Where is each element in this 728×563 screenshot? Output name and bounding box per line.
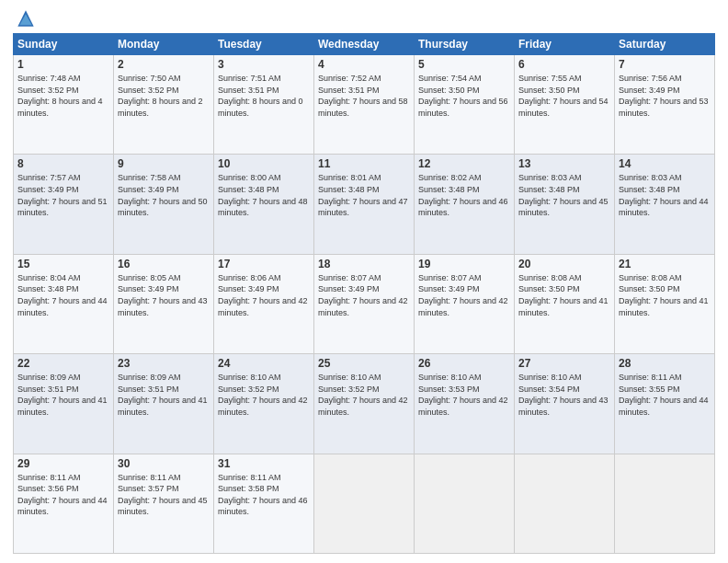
calendar-week-row: 1Sunrise: 7:48 AMSunset: 3:52 PMDaylight…	[14, 55, 715, 155]
calendar-cell: 27Sunrise: 8:10 AMSunset: 3:54 PMDayligh…	[515, 354, 615, 454]
day-number: 16	[118, 258, 210, 270]
day-info: Sunrise: 8:03 AMSunset: 3:48 PMDaylight:…	[619, 172, 711, 218]
day-number: 4	[318, 58, 410, 71]
calendar-week-row: 22Sunrise: 8:09 AMSunset: 3:51 PMDayligh…	[14, 354, 715, 454]
day-info: Sunrise: 7:55 AMSunset: 3:50 PMDaylight:…	[518, 73, 610, 119]
calendar-header-row: SundayMondayTuesdayWednesdayThursdayFrid…	[14, 34, 715, 55]
day-info: Sunrise: 8:11 AMSunset: 3:57 PMDaylight:…	[118, 472, 210, 518]
calendar-cell: 22Sunrise: 8:09 AMSunset: 3:51 PMDayligh…	[14, 354, 114, 454]
day-number: 21	[619, 258, 711, 270]
day-info: Sunrise: 8:04 AMSunset: 3:48 PMDaylight:…	[17, 272, 109, 318]
calendar-cell	[415, 454, 515, 553]
day-info: Sunrise: 7:48 AMSunset: 3:52 PMDaylight:…	[17, 73, 109, 119]
day-info: Sunrise: 7:57 AMSunset: 3:49 PMDaylight:…	[17, 172, 109, 218]
day-info: Sunrise: 8:11 AMSunset: 3:58 PMDaylight:…	[218, 472, 310, 518]
header	[13, 9, 715, 28]
day-info: Sunrise: 8:10 AMSunset: 3:53 PMDaylight:…	[418, 372, 510, 418]
day-number: 3	[218, 58, 310, 71]
day-number: 26	[418, 357, 510, 370]
column-header-sunday: Sunday	[14, 34, 114, 55]
calendar-cell: 30Sunrise: 8:11 AMSunset: 3:57 PMDayligh…	[114, 454, 214, 553]
day-info: Sunrise: 8:08 AMSunset: 3:50 PMDaylight:…	[518, 272, 610, 318]
day-number: 7	[619, 58, 711, 71]
logo	[13, 9, 35, 28]
day-number: 19	[418, 258, 510, 270]
day-number: 18	[318, 258, 410, 270]
calendar-week-row: 8Sunrise: 7:57 AMSunset: 3:49 PMDaylight…	[14, 155, 715, 254]
day-number: 12	[418, 157, 510, 170]
calendar-cell: 7Sunrise: 7:56 AMSunset: 3:49 PMDaylight…	[615, 55, 715, 155]
day-info: Sunrise: 7:50 AMSunset: 3:52 PMDaylight:…	[118, 73, 210, 119]
calendar-cell: 4Sunrise: 7:52 AMSunset: 3:51 PMDaylight…	[314, 55, 415, 155]
calendar-cell: 2Sunrise: 7:50 AMSunset: 3:52 PMDaylight…	[114, 55, 214, 155]
day-number: 29	[17, 457, 109, 470]
day-info: Sunrise: 7:51 AMSunset: 3:51 PMDaylight:…	[218, 73, 310, 119]
day-number: 23	[118, 357, 210, 370]
calendar-cell: 5Sunrise: 7:54 AMSunset: 3:50 PMDaylight…	[415, 55, 515, 155]
calendar-cell: 6Sunrise: 7:55 AMSunset: 3:50 PMDaylight…	[515, 55, 615, 155]
day-info: Sunrise: 8:05 AMSunset: 3:49 PMDaylight:…	[118, 272, 210, 318]
day-number: 13	[518, 157, 610, 170]
day-info: Sunrise: 8:10 AMSunset: 3:52 PMDaylight:…	[318, 372, 410, 418]
calendar-cell: 19Sunrise: 8:07 AMSunset: 3:49 PMDayligh…	[415, 254, 515, 353]
column-header-monday: Monday	[114, 34, 214, 55]
day-info: Sunrise: 8:02 AMSunset: 3:48 PMDaylight:…	[418, 172, 510, 218]
day-number: 1	[17, 58, 109, 71]
calendar-cell: 14Sunrise: 8:03 AMSunset: 3:48 PMDayligh…	[615, 155, 715, 254]
day-info: Sunrise: 7:58 AMSunset: 3:49 PMDaylight:…	[118, 172, 210, 218]
calendar-cell: 13Sunrise: 8:03 AMSunset: 3:48 PMDayligh…	[515, 155, 615, 254]
calendar-cell: 20Sunrise: 8:08 AMSunset: 3:50 PMDayligh…	[515, 254, 615, 353]
day-number: 6	[518, 58, 610, 71]
day-info: Sunrise: 7:56 AMSunset: 3:49 PMDaylight:…	[619, 73, 711, 119]
calendar-cell: 31Sunrise: 8:11 AMSunset: 3:58 PMDayligh…	[214, 454, 314, 553]
day-info: Sunrise: 8:03 AMSunset: 3:48 PMDaylight:…	[518, 172, 610, 218]
day-number: 11	[318, 157, 410, 170]
calendar-cell: 29Sunrise: 8:11 AMSunset: 3:56 PMDayligh…	[14, 454, 114, 553]
calendar-cell: 8Sunrise: 7:57 AMSunset: 3:49 PMDaylight…	[14, 155, 114, 254]
calendar-cell: 18Sunrise: 8:07 AMSunset: 3:49 PMDayligh…	[314, 254, 415, 353]
day-info: Sunrise: 8:09 AMSunset: 3:51 PMDaylight:…	[118, 372, 210, 418]
day-info: Sunrise: 7:54 AMSunset: 3:50 PMDaylight:…	[418, 73, 510, 119]
day-number: 2	[118, 58, 210, 71]
day-info: Sunrise: 8:10 AMSunset: 3:54 PMDaylight:…	[518, 372, 610, 418]
day-number: 30	[118, 457, 210, 470]
day-number: 17	[218, 258, 310, 270]
calendar-cell: 26Sunrise: 8:10 AMSunset: 3:53 PMDayligh…	[415, 354, 515, 454]
day-number: 31	[218, 457, 310, 470]
calendar-cell: 16Sunrise: 8:05 AMSunset: 3:49 PMDayligh…	[114, 254, 214, 353]
column-header-tuesday: Tuesday	[214, 34, 314, 55]
calendar-week-row: 29Sunrise: 8:11 AMSunset: 3:56 PMDayligh…	[14, 454, 715, 553]
calendar-cell: 17Sunrise: 8:06 AMSunset: 3:49 PMDayligh…	[214, 254, 314, 353]
day-number: 27	[518, 357, 610, 370]
logo-icon	[17, 9, 35, 28]
calendar-cell	[615, 454, 715, 553]
day-number: 20	[518, 258, 610, 270]
calendar-week-row: 15Sunrise: 8:04 AMSunset: 3:48 PMDayligh…	[14, 254, 715, 353]
column-header-saturday: Saturday	[615, 34, 715, 55]
calendar-cell: 23Sunrise: 8:09 AMSunset: 3:51 PMDayligh…	[114, 354, 214, 454]
calendar-cell: 15Sunrise: 8:04 AMSunset: 3:48 PMDayligh…	[14, 254, 114, 353]
calendar-cell: 28Sunrise: 8:11 AMSunset: 3:55 PMDayligh…	[615, 354, 715, 454]
day-info: Sunrise: 8:00 AMSunset: 3:48 PMDaylight:…	[218, 172, 310, 218]
day-number: 25	[318, 357, 410, 370]
day-info: Sunrise: 8:01 AMSunset: 3:48 PMDaylight:…	[318, 172, 410, 218]
day-info: Sunrise: 8:06 AMSunset: 3:49 PMDaylight:…	[218, 272, 310, 318]
day-info: Sunrise: 7:52 AMSunset: 3:51 PMDaylight:…	[318, 73, 410, 119]
day-number: 8	[17, 157, 109, 170]
day-number: 24	[218, 357, 310, 370]
calendar-cell	[314, 454, 415, 553]
day-number: 10	[218, 157, 310, 170]
column-header-wednesday: Wednesday	[314, 34, 415, 55]
day-info: Sunrise: 8:07 AMSunset: 3:49 PMDaylight:…	[418, 272, 510, 318]
day-number: 22	[17, 357, 109, 370]
calendar-cell: 10Sunrise: 8:00 AMSunset: 3:48 PMDayligh…	[214, 155, 314, 254]
day-number: 5	[418, 58, 510, 71]
calendar-cell: 24Sunrise: 8:10 AMSunset: 3:52 PMDayligh…	[214, 354, 314, 454]
calendar-cell: 25Sunrise: 8:10 AMSunset: 3:52 PMDayligh…	[314, 354, 415, 454]
day-info: Sunrise: 8:11 AMSunset: 3:55 PMDaylight:…	[619, 372, 711, 418]
day-number: 15	[17, 258, 109, 270]
calendar-cell: 9Sunrise: 7:58 AMSunset: 3:49 PMDaylight…	[114, 155, 214, 254]
calendar-cell: 12Sunrise: 8:02 AMSunset: 3:48 PMDayligh…	[415, 155, 515, 254]
calendar-cell	[515, 454, 615, 553]
calendar-cell: 11Sunrise: 8:01 AMSunset: 3:48 PMDayligh…	[314, 155, 415, 254]
